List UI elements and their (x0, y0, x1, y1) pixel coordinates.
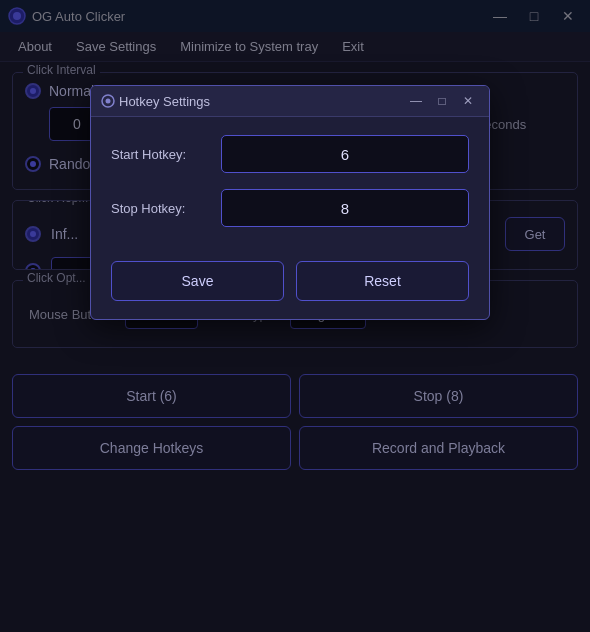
stop-hotkey-row: Stop Hotkey: (111, 189, 469, 227)
gear-icon (101, 94, 115, 108)
hotkey-dialog: Hotkey Settings — □ ✕ Start Hotkey: Stop… (90, 85, 490, 320)
svg-point-3 (106, 99, 111, 104)
start-hotkey-row: Start Hotkey: (111, 135, 469, 173)
stop-hotkey-input[interactable] (221, 189, 469, 227)
start-hotkey-input[interactable] (221, 135, 469, 173)
dialog-minimize-button[interactable]: — (405, 92, 427, 110)
reset-button[interactable]: Reset (296, 261, 469, 301)
dialog-footer: Save Reset (91, 261, 489, 319)
dialog-close-button[interactable]: ✕ (457, 92, 479, 110)
dialog-body: Start Hotkey: Stop Hotkey: (91, 117, 489, 261)
dialog-maximize-button[interactable]: □ (431, 92, 453, 110)
stop-hotkey-label: Stop Hotkey: (111, 201, 221, 216)
save-button[interactable]: Save (111, 261, 284, 301)
dialog-titlebar: Hotkey Settings — □ ✕ (91, 86, 489, 117)
dialog-controls: — □ ✕ (405, 92, 479, 110)
start-hotkey-label: Start Hotkey: (111, 147, 221, 162)
dialog-title: Hotkey Settings (119, 94, 405, 109)
